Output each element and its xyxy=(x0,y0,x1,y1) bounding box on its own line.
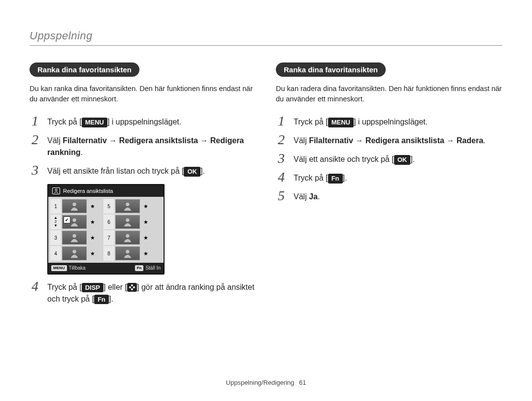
right-step-2: Välj Filalternativ → Redigera ansiktslis… xyxy=(276,135,502,147)
text: ]. xyxy=(200,167,205,175)
step-body: Välj Filalternativ → Redigera ansiktslis… xyxy=(47,135,256,158)
bold-text: Filalternativ xyxy=(63,136,107,145)
text: Tryck på [ xyxy=(294,174,328,182)
star-icon: ★ xyxy=(90,235,95,241)
disp-key-icon: DISP xyxy=(82,283,103,293)
left-steps: Tryck på [MENU] i uppspelningsläget. Väl… xyxy=(30,116,256,177)
face-thumb xyxy=(62,247,87,260)
page-number: 61 xyxy=(299,379,306,386)
rank-cell-selected: ▲2▼ xyxy=(50,215,61,229)
text: Välj ett ansikte och tryck på [ xyxy=(294,155,394,163)
face-thumb-selected: ✔ xyxy=(62,215,87,229)
rank-cell: 6 xyxy=(103,215,114,229)
rank-cell: 5 xyxy=(103,199,114,214)
fn-key-icon: Fn xyxy=(328,174,343,184)
star-icon: ★ xyxy=(143,219,148,225)
svg-point-1 xyxy=(55,189,57,191)
text: ]. xyxy=(109,295,113,303)
rank-number: 6 xyxy=(107,219,110,225)
svg-point-10 xyxy=(131,284,133,286)
manual-page: Uppspelning Ranka dina favoritansikten D… xyxy=(0,0,532,401)
right-step-3: Välj ett ansikte och tryck på [OK]. xyxy=(276,154,502,165)
text: ]. xyxy=(343,174,347,182)
left-intro: Du kan ranka dina favoritansikten. Den h… xyxy=(30,84,256,104)
text: Tryck på [ xyxy=(47,283,82,291)
text: ] eller [ xyxy=(103,283,127,291)
step-body: Välj Ja. xyxy=(294,191,320,203)
text: ]. xyxy=(410,155,415,163)
face-thumb xyxy=(115,199,140,213)
face-thumb xyxy=(62,199,87,213)
right-step-1: Tryck på [MENU] i uppspelningsläget. xyxy=(276,116,502,128)
ok-key-icon: OK xyxy=(394,155,411,165)
text: . xyxy=(483,136,485,145)
face-thumb xyxy=(62,231,87,245)
rank-number: 5 xyxy=(107,204,110,209)
right-subheading: Ranka dina favoritansikten xyxy=(276,62,386,77)
svg-point-8 xyxy=(72,250,76,253)
right-column: Ranka dina favoritansikten Du kan radera… xyxy=(276,62,502,312)
left-step-2: Välj Filalternativ → Redigera ansiktslis… xyxy=(30,135,256,158)
step-body: Tryck på [MENU] i uppspelningsläget. xyxy=(47,116,181,128)
face-grid: 1 ★ 5 ★ ▲2▼ ✔ xyxy=(48,197,164,263)
svg-point-5 xyxy=(126,218,129,222)
rank-cell: 8 xyxy=(103,246,114,261)
step-body: Tryck på [Fn]. xyxy=(294,172,347,184)
bold-text: Filalternativ xyxy=(309,136,353,145)
text: Välj ett ansikte från listan och tryck p… xyxy=(47,167,184,175)
face-thumb xyxy=(115,247,140,260)
svg-point-2 xyxy=(72,203,76,206)
footer-left: MENU Tillbaka xyxy=(51,265,86,271)
footer-left-label: Tillbaka xyxy=(69,265,86,271)
camera-screenshot: Redigera ansiktslista 1 ★ 5 ★ ▲2▼ xyxy=(47,184,256,275)
left-step-3: Välj ett ansikte från listan och tryck p… xyxy=(30,165,256,177)
fn-key-icon: Fn xyxy=(94,295,109,305)
step-body: Välj ett ansikte från listan och tryck p… xyxy=(47,165,205,177)
text: Tryck på [ xyxy=(47,118,82,126)
rank-cell: 4 xyxy=(50,246,61,261)
two-column-layout: Ranka dina favoritansikten Du kan ranka … xyxy=(30,62,502,312)
step-body: Välj ett ansikte och tryck på [OK]. xyxy=(294,154,415,165)
left-subheading: Ranka dina favoritansikten xyxy=(30,62,139,77)
left-step-4: Tryck på [DISP] eller [] gör att ändra r… xyxy=(30,281,256,305)
text: . xyxy=(81,148,83,156)
star-icon: ★ xyxy=(90,250,95,257)
svg-point-6 xyxy=(72,234,76,238)
shot-footer: MENU Tillbaka Fn Ställ In xyxy=(48,263,164,274)
bold-text: Ja xyxy=(309,192,318,201)
text: . xyxy=(318,192,320,201)
star-icon: ★ xyxy=(90,203,95,210)
rank-number: 7 xyxy=(107,235,110,241)
bold-text: Radera xyxy=(457,136,483,145)
rank-number: 4 xyxy=(54,251,57,256)
bold-text: Redigera ansiktslista xyxy=(366,136,444,145)
footer-right: Fn Ställ In xyxy=(135,265,161,271)
step-body: Tryck på [DISP] eller [] gör att ändra r… xyxy=(47,281,256,305)
rank-cell: 7 xyxy=(103,230,114,245)
rank-number: 1 xyxy=(54,204,57,209)
rank-number: 8 xyxy=(107,251,110,256)
svg-point-7 xyxy=(126,234,129,238)
shot-header: Redigera ansiktslista xyxy=(48,185,164,197)
up-down-arrows-icon: ▲2▼ xyxy=(54,216,58,228)
svg-point-14 xyxy=(132,287,133,288)
section-heading: Uppspelning xyxy=(30,30,502,46)
text: ] i uppspelningsläget. xyxy=(354,118,428,126)
menu-key-icon: MENU xyxy=(328,118,354,127)
macro-flower-key-icon xyxy=(127,283,137,292)
rank-cell: 3 xyxy=(50,230,61,245)
left-column: Ranka dina favoritansikten Du kan ranka … xyxy=(30,62,256,312)
svg-point-9 xyxy=(126,250,129,253)
bold-text: Redigera ansiktslista xyxy=(119,136,198,145)
ok-key-icon: OK xyxy=(184,167,200,177)
star-icon: ★ xyxy=(143,203,148,210)
fn-key-icon: Fn xyxy=(135,265,144,271)
left-steps-cont: Tryck på [DISP] eller [] gör att ändra r… xyxy=(30,281,256,305)
step-body: Tryck på [MENU] i uppspelningsläget. xyxy=(294,116,428,128)
arrow-text: → xyxy=(444,136,457,145)
selection-check-icon: ✔ xyxy=(64,216,70,223)
footer-label: Uppspelning/Redigering xyxy=(226,379,295,386)
svg-point-4 xyxy=(72,218,76,222)
text: Välj xyxy=(294,136,309,145)
shot-title: Redigera ansiktslista xyxy=(63,188,113,194)
